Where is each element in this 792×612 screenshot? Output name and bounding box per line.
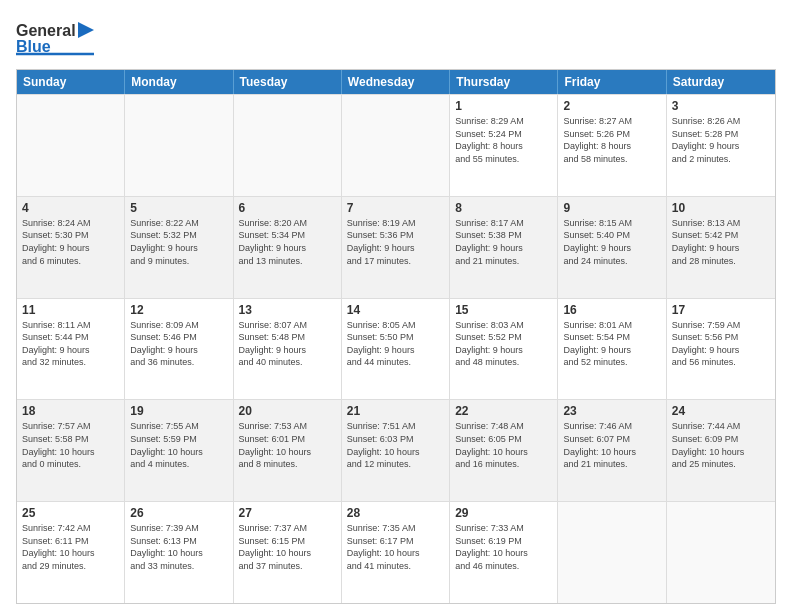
day-number: 26 xyxy=(130,506,227,520)
day-info: Sunrise: 7:57 AMSunset: 5:58 PMDaylight:… xyxy=(22,420,119,470)
calendar-week-2: 4Sunrise: 8:24 AMSunset: 5:30 PMDaylight… xyxy=(17,196,775,298)
day-number: 14 xyxy=(347,303,444,317)
day-number: 5 xyxy=(130,201,227,215)
day-cell-5: 5Sunrise: 8:22 AMSunset: 5:32 PMDaylight… xyxy=(125,197,233,298)
day-cell-25: 25Sunrise: 7:42 AMSunset: 6:11 PMDayligh… xyxy=(17,502,125,603)
day-info: Sunrise: 8:24 AMSunset: 5:30 PMDaylight:… xyxy=(22,217,119,267)
header-day-tuesday: Tuesday xyxy=(234,70,342,94)
day-cell-4: 4Sunrise: 8:24 AMSunset: 5:30 PMDaylight… xyxy=(17,197,125,298)
header-day-friday: Friday xyxy=(558,70,666,94)
day-number: 9 xyxy=(563,201,660,215)
day-info: Sunrise: 7:35 AMSunset: 6:17 PMDaylight:… xyxy=(347,522,444,572)
day-cell-27: 27Sunrise: 7:37 AMSunset: 6:15 PMDayligh… xyxy=(234,502,342,603)
day-cell-17: 17Sunrise: 7:59 AMSunset: 5:56 PMDayligh… xyxy=(667,299,775,400)
day-info: Sunrise: 7:53 AMSunset: 6:01 PMDaylight:… xyxy=(239,420,336,470)
day-cell-13: 13Sunrise: 8:07 AMSunset: 5:48 PMDayligh… xyxy=(234,299,342,400)
day-info: Sunrise: 8:27 AMSunset: 5:26 PMDaylight:… xyxy=(563,115,660,165)
day-cell-22: 22Sunrise: 7:48 AMSunset: 6:05 PMDayligh… xyxy=(450,400,558,501)
day-number: 3 xyxy=(672,99,770,113)
day-info: Sunrise: 7:55 AMSunset: 5:59 PMDaylight:… xyxy=(130,420,227,470)
day-info: Sunrise: 8:01 AMSunset: 5:54 PMDaylight:… xyxy=(563,319,660,369)
day-cell-23: 23Sunrise: 7:46 AMSunset: 6:07 PMDayligh… xyxy=(558,400,666,501)
day-number: 22 xyxy=(455,404,552,418)
day-cell-7: 7Sunrise: 8:19 AMSunset: 5:36 PMDaylight… xyxy=(342,197,450,298)
calendar-week-5: 25Sunrise: 7:42 AMSunset: 6:11 PMDayligh… xyxy=(17,501,775,603)
day-cell-3: 3Sunrise: 8:26 AMSunset: 5:28 PMDaylight… xyxy=(667,95,775,196)
day-info: Sunrise: 8:22 AMSunset: 5:32 PMDaylight:… xyxy=(130,217,227,267)
header-day-thursday: Thursday xyxy=(450,70,558,94)
day-number: 4 xyxy=(22,201,119,215)
day-info: Sunrise: 8:13 AMSunset: 5:42 PMDaylight:… xyxy=(672,217,770,267)
day-info: Sunrise: 8:20 AMSunset: 5:34 PMDaylight:… xyxy=(239,217,336,267)
day-number: 25 xyxy=(22,506,119,520)
day-number: 13 xyxy=(239,303,336,317)
day-cell-29: 29Sunrise: 7:33 AMSunset: 6:19 PMDayligh… xyxy=(450,502,558,603)
day-info: Sunrise: 8:09 AMSunset: 5:46 PMDaylight:… xyxy=(130,319,227,369)
day-cell-15: 15Sunrise: 8:03 AMSunset: 5:52 PMDayligh… xyxy=(450,299,558,400)
day-number: 12 xyxy=(130,303,227,317)
day-info: Sunrise: 7:42 AMSunset: 6:11 PMDaylight:… xyxy=(22,522,119,572)
day-cell-1: 1Sunrise: 8:29 AMSunset: 5:24 PMDaylight… xyxy=(450,95,558,196)
day-number: 23 xyxy=(563,404,660,418)
day-number: 24 xyxy=(672,404,770,418)
day-number: 16 xyxy=(563,303,660,317)
day-cell-28: 28Sunrise: 7:35 AMSunset: 6:17 PMDayligh… xyxy=(342,502,450,603)
day-number: 18 xyxy=(22,404,119,418)
header: General Blue xyxy=(16,16,776,61)
day-info: Sunrise: 7:39 AMSunset: 6:13 PMDaylight:… xyxy=(130,522,227,572)
header-day-monday: Monday xyxy=(125,70,233,94)
logo: General Blue xyxy=(16,16,106,61)
day-cell-20: 20Sunrise: 7:53 AMSunset: 6:01 PMDayligh… xyxy=(234,400,342,501)
header-day-wednesday: Wednesday xyxy=(342,70,450,94)
svg-marker-2 xyxy=(78,22,94,38)
day-number: 2 xyxy=(563,99,660,113)
logo-svg: General Blue xyxy=(16,16,106,61)
day-number: 15 xyxy=(455,303,552,317)
day-info: Sunrise: 8:11 AMSunset: 5:44 PMDaylight:… xyxy=(22,319,119,369)
day-cell-6: 6Sunrise: 8:20 AMSunset: 5:34 PMDaylight… xyxy=(234,197,342,298)
day-info: Sunrise: 8:05 AMSunset: 5:50 PMDaylight:… xyxy=(347,319,444,369)
empty-cell xyxy=(234,95,342,196)
calendar-week-3: 11Sunrise: 8:11 AMSunset: 5:44 PMDayligh… xyxy=(17,298,775,400)
day-info: Sunrise: 8:07 AMSunset: 5:48 PMDaylight:… xyxy=(239,319,336,369)
day-info: Sunrise: 8:15 AMSunset: 5:40 PMDaylight:… xyxy=(563,217,660,267)
day-number: 6 xyxy=(239,201,336,215)
calendar-body: 1Sunrise: 8:29 AMSunset: 5:24 PMDaylight… xyxy=(17,94,775,603)
day-cell-11: 11Sunrise: 8:11 AMSunset: 5:44 PMDayligh… xyxy=(17,299,125,400)
day-info: Sunrise: 7:48 AMSunset: 6:05 PMDaylight:… xyxy=(455,420,552,470)
day-cell-2: 2Sunrise: 8:27 AMSunset: 5:26 PMDaylight… xyxy=(558,95,666,196)
empty-cell xyxy=(667,502,775,603)
empty-cell xyxy=(125,95,233,196)
day-number: 1 xyxy=(455,99,552,113)
day-info: Sunrise: 8:17 AMSunset: 5:38 PMDaylight:… xyxy=(455,217,552,267)
day-cell-16: 16Sunrise: 8:01 AMSunset: 5:54 PMDayligh… xyxy=(558,299,666,400)
day-number: 29 xyxy=(455,506,552,520)
day-info: Sunrise: 7:46 AMSunset: 6:07 PMDaylight:… xyxy=(563,420,660,470)
day-number: 27 xyxy=(239,506,336,520)
day-cell-10: 10Sunrise: 8:13 AMSunset: 5:42 PMDayligh… xyxy=(667,197,775,298)
day-number: 11 xyxy=(22,303,119,317)
day-info: Sunrise: 7:33 AMSunset: 6:19 PMDaylight:… xyxy=(455,522,552,572)
calendar-week-4: 18Sunrise: 7:57 AMSunset: 5:58 PMDayligh… xyxy=(17,399,775,501)
day-number: 20 xyxy=(239,404,336,418)
day-cell-8: 8Sunrise: 8:17 AMSunset: 5:38 PMDaylight… xyxy=(450,197,558,298)
day-number: 7 xyxy=(347,201,444,215)
svg-text:Blue: Blue xyxy=(16,38,51,55)
day-cell-19: 19Sunrise: 7:55 AMSunset: 5:59 PMDayligh… xyxy=(125,400,233,501)
day-number: 8 xyxy=(455,201,552,215)
calendar-header: SundayMondayTuesdayWednesdayThursdayFrid… xyxy=(17,70,775,94)
svg-text:General: General xyxy=(16,22,76,39)
calendar-week-1: 1Sunrise: 8:29 AMSunset: 5:24 PMDaylight… xyxy=(17,94,775,196)
day-cell-21: 21Sunrise: 7:51 AMSunset: 6:03 PMDayligh… xyxy=(342,400,450,501)
day-cell-14: 14Sunrise: 8:05 AMSunset: 5:50 PMDayligh… xyxy=(342,299,450,400)
day-cell-18: 18Sunrise: 7:57 AMSunset: 5:58 PMDayligh… xyxy=(17,400,125,501)
day-info: Sunrise: 8:26 AMSunset: 5:28 PMDaylight:… xyxy=(672,115,770,165)
day-info: Sunrise: 8:19 AMSunset: 5:36 PMDaylight:… xyxy=(347,217,444,267)
empty-cell xyxy=(558,502,666,603)
page: General Blue SundayMondayTuesdayWednesda… xyxy=(0,0,792,612)
day-info: Sunrise: 7:37 AMSunset: 6:15 PMDaylight:… xyxy=(239,522,336,572)
empty-cell xyxy=(17,95,125,196)
day-info: Sunrise: 7:59 AMSunset: 5:56 PMDaylight:… xyxy=(672,319,770,369)
day-info: Sunrise: 7:44 AMSunset: 6:09 PMDaylight:… xyxy=(672,420,770,470)
day-number: 17 xyxy=(672,303,770,317)
